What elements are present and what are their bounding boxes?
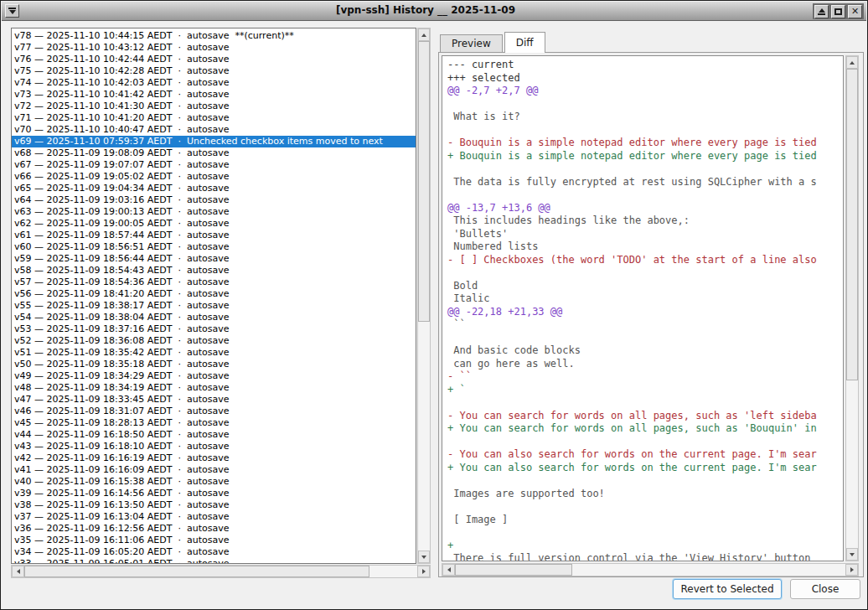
scroll-left-button[interactable] (442, 564, 455, 576)
list-item[interactable]: v67 — 2025-11-09 19:07:07 AEDT · autosav… (14, 159, 416, 171)
list-item[interactable]: v61 — 2025-11-09 18:57:44 AEDT · autosav… (14, 230, 416, 241)
diff-line-add: + (447, 540, 843, 553)
list-item[interactable]: v75 — 2025-11-10 10:42:28 AEDT · autosav… (14, 65, 416, 77)
scroll-down-button[interactable] (846, 548, 858, 561)
arrow-down-icon (421, 556, 426, 559)
diff-line-ctx (447, 436, 843, 449)
diff-text[interactable]: --- current+++ selected@@ -2,7 +2,7 @@ W… (442, 55, 844, 561)
list-item[interactable]: v74 — 2025-11-10 10:42:03 AEDT · autosav… (14, 77, 416, 89)
close-window-button[interactable]: ✕ (848, 5, 862, 18)
scroll-up-button[interactable] (418, 28, 430, 41)
list-item[interactable]: v58 — 2025-11-09 18:54:43 AEDT · autosav… (14, 265, 416, 277)
list-item[interactable]: v68 — 2025-11-09 19:08:09 AEDT · autosav… (14, 147, 416, 159)
list-item[interactable]: v63 — 2025-11-09 19:00:13 AEDT · autosav… (14, 206, 416, 218)
scroll-left-button[interactable] (12, 566, 24, 577)
list-item[interactable]: v57 — 2025-11-09 18:54:36 AEDT · autosav… (14, 277, 416, 288)
diff-line-hunk: @@ -2,7 +2,7 @@ (447, 85, 843, 98)
list-item[interactable]: v50 — 2025-11-09 18:35:18 AEDT · autosav… (14, 359, 416, 370)
diff-line-add: + Bouquin is a simple notepad editor whe… (447, 150, 843, 163)
scroll-down-button[interactable] (418, 551, 430, 563)
list-item[interactable]: v33 — 2025-11-09 16:05:01 AEDT · autosav… (14, 558, 416, 564)
diff-line-hunk: @@ -22,18 +21,33 @@ (447, 306, 843, 319)
list-item[interactable]: v66 — 2025-11-09 19:05:02 AEDT · autosav… (14, 171, 416, 183)
scroll-right-button[interactable] (845, 564, 858, 576)
list-item[interactable]: v42 — 2025-11-09 16:16:19 AEDT · autosav… (14, 452, 416, 464)
notebook-body: --- current+++ selected@@ -2,7 +2,7 @@ W… (438, 52, 864, 577)
list-item[interactable]: v62 — 2025-11-09 19:00:05 AEDT · autosav… (14, 218, 416, 230)
window-menu-button[interactable] (5, 4, 19, 18)
history-window: [vpn-ssh] History __ 2025-11-09 ✕ v78 — … (0, 0, 868, 610)
diff-line-del: - [ ] Checkboxes (the word 'TODO' at the… (447, 254, 843, 267)
list-item[interactable]: v71 — 2025-11-10 10:41:20 AEDT · autosav… (14, 112, 416, 124)
maximize-icon (834, 8, 842, 15)
diff-line-ctx: Numbered lists (447, 240, 843, 254)
list-item[interactable]: v49 — 2025-11-09 18:34:29 AEDT · autosav… (14, 370, 416, 382)
scroll-thumb[interactable] (24, 566, 369, 577)
titlebar: [vpn-ssh] History __ 2025-11-09 ✕ (2, 2, 866, 21)
list-item[interactable]: v78 — 2025-11-10 10:44:15 AEDT · autosav… (14, 30, 416, 42)
tab-preview[interactable]: Preview (440, 34, 503, 53)
list-item[interactable]: v40 — 2025-11-09 16:15:38 AEDT · autosav… (14, 476, 416, 488)
list-item[interactable]: v70 — 2025-11-10 10:40:47 AEDT · autosav… (14, 124, 416, 136)
history-hscrollbar[interactable] (11, 565, 431, 578)
list-item[interactable]: v73 — 2025-11-10 10:41:42 AEDT · autosav… (14, 89, 416, 101)
list-item[interactable]: v69 — 2025-11-10 07:59:37 AEDT · Uncheck… (12, 136, 416, 147)
list-item[interactable]: v65 — 2025-11-09 19:04:34 AEDT · autosav… (14, 183, 416, 194)
diff-line-ctx (447, 189, 843, 202)
list-item[interactable]: v45 — 2025-11-09 18:28:13 AEDT · autosav… (14, 417, 416, 429)
diff-vscrollbar[interactable] (845, 55, 859, 561)
list-item[interactable]: v41 — 2025-11-09 16:16:09 AEDT · autosav… (14, 464, 416, 476)
diff-line-hdr: +++ selected (447, 72, 843, 85)
diff-line-hdr: --- current (447, 59, 843, 72)
list-item[interactable]: v64 — 2025-11-09 19:03:16 AEDT · autosav… (14, 194, 416, 206)
diff-line-ctx: The data is fully encrypted at rest usin… (447, 176, 843, 189)
diff-line-ctx (447, 500, 843, 514)
history-list[interactable]: v78 — 2025-11-10 10:44:15 AEDT · autosav… (11, 28, 416, 564)
list-item[interactable]: v36 — 2025-11-09 16:12:56 AEDT · autosav… (14, 523, 416, 535)
diff-line-del: - Bouquin is a simple notepad editor whe… (447, 137, 843, 150)
list-item[interactable]: v59 — 2025-11-09 18:56:44 AEDT · autosav… (14, 253, 416, 265)
scroll-up-button[interactable] (846, 56, 858, 69)
diff-line-hunk: @@ -13,7 +13,6 @@ (447, 202, 843, 215)
list-item[interactable]: v72 — 2025-11-10 10:41:30 AEDT · autosav… (14, 101, 416, 112)
diff-line-ctx: And basic code blocks (447, 344, 843, 358)
list-item[interactable]: v53 — 2025-11-09 18:37:16 AEDT · autosav… (14, 323, 416, 335)
arrow-right-icon (850, 567, 854, 572)
list-item[interactable]: v38 — 2025-11-09 16:13:50 AEDT · autosav… (14, 499, 416, 511)
list-item[interactable]: v55 — 2025-11-09 18:38:17 AEDT · autosav… (14, 300, 416, 312)
scroll-right-button[interactable] (417, 566, 430, 577)
scroll-thumb[interactable] (418, 41, 430, 322)
list-item[interactable]: v56 — 2025-11-09 18:41:20 AEDT · autosav… (14, 288, 416, 300)
scroll-thumb[interactable] (846, 69, 858, 380)
list-item[interactable]: v37 — 2025-11-09 16:13:04 AEDT · autosav… (14, 511, 416, 523)
list-item[interactable]: v60 — 2025-11-09 18:56:51 AEDT · autosav… (14, 241, 416, 253)
diff-line-ctx (447, 266, 843, 280)
list-item[interactable]: v44 — 2025-11-09 16:18:50 AEDT · autosav… (14, 429, 416, 441)
list-item[interactable]: v76 — 2025-11-10 10:42:44 AEDT · autosav… (14, 54, 416, 65)
history-vscrollbar[interactable] (417, 28, 431, 564)
list-item[interactable]: v52 — 2025-11-09 18:36:08 AEDT · autosav… (14, 335, 416, 347)
diff-line-ctx: This includes headings like the above,: (447, 215, 843, 228)
list-item[interactable]: v43 — 2025-11-09 16:18:10 AEDT · autosav… (14, 441, 416, 452)
list-item[interactable]: v47 — 2025-11-09 18:33:45 AEDT · autosav… (14, 394, 416, 406)
window-title: [vpn-ssh] History __ 2025-11-09 (52, 4, 799, 16)
arrow-right-icon (422, 569, 426, 574)
list-item[interactable]: v54 — 2025-11-09 18:38:04 AEDT · autosav… (14, 312, 416, 323)
list-item[interactable]: v77 — 2025-11-10 10:43:12 AEDT · autosav… (14, 42, 416, 54)
diff-line-ctx: Images are supported too! (447, 488, 843, 501)
list-item[interactable]: v46 — 2025-11-09 18:31:07 AEDT · autosav… (14, 406, 416, 417)
close-button[interactable]: Close (790, 579, 860, 599)
list-item[interactable]: v48 — 2025-11-09 18:34:19 AEDT · autosav… (14, 382, 416, 394)
tab-diff[interactable]: Diff (504, 32, 545, 53)
list-item[interactable]: v51 — 2025-11-09 18:35:42 AEDT · autosav… (14, 347, 416, 359)
list-item[interactable]: v34 — 2025-11-09 16:05:20 AEDT · autosav… (14, 546, 416, 558)
scroll-thumb[interactable] (455, 564, 572, 576)
list-item[interactable]: v35 — 2025-11-09 16:11:06 AEDT · autosav… (14, 535, 416, 546)
maximize-button[interactable] (831, 5, 845, 18)
revert-to-selected-button[interactable]: Revert to Selected (673, 579, 782, 599)
diff-hscrollbar[interactable] (442, 563, 859, 576)
shade-button[interactable] (814, 5, 829, 18)
diff-line-ctx (447, 163, 843, 176)
list-item[interactable]: v39 — 2025-11-09 16:14:56 AEDT · autosav… (14, 488, 416, 499)
diff-line-ctx (447, 474, 843, 488)
